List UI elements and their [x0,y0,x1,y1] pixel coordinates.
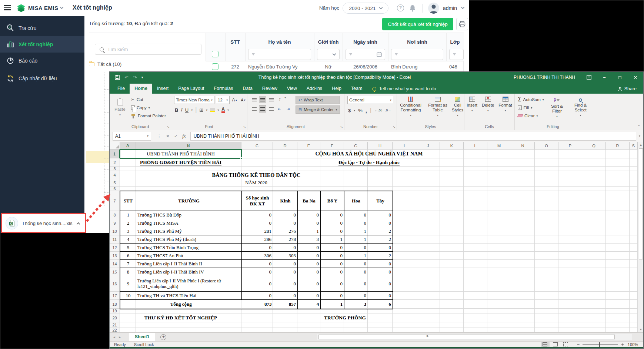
zoom-out-icon[interactable]: − [577,342,580,347]
grid-cell[interactable] [606,158,630,167]
grid-cell[interactable] [606,276,630,292]
new-sheet-icon[interactable]: + [160,334,166,340]
ribbon-tab-file[interactable]: File [113,84,130,94]
column-header-M[interactable]: M [487,142,511,150]
grid-cell[interactable] [582,158,606,167]
close-button[interactable]: ✕ [628,72,643,83]
grid-cell[interactable] [393,227,416,235]
scroll-up-icon[interactable]: ▲ [638,142,644,148]
grid-cell[interactable] [606,179,630,187]
sidebar-item-3[interactable]: Báo cáo [0,53,84,69]
grid-cell[interactable] [393,191,416,211]
chevron-up-icon[interactable] [76,222,80,226]
grid-cell[interactable] [393,244,416,252]
grid-cell[interactable] [606,309,630,313]
grid-cell[interactable] [582,260,606,268]
ribbon-display-options-icon[interactable] [581,72,597,83]
grid-cell[interactable] [558,244,582,252]
grid-cell[interactable] [297,322,320,328]
grid-cell[interactable] [630,235,638,244]
grid-cell[interactable] [582,276,606,292]
grid-cell[interactable] [393,211,416,219]
grid-cell[interactable] [440,235,464,244]
grid-cell[interactable] [241,158,273,167]
grid-cell[interactable] [487,191,511,211]
grid-cell[interactable] [273,328,297,332]
increase-font-icon[interactable]: A▲ [231,96,238,104]
grid-cell[interactable] [535,187,558,191]
grid-cell[interactable] [535,235,558,244]
grid-cell[interactable] [511,252,535,260]
grid-cell[interactable] [511,300,535,309]
align-bottom-icon[interactable] [267,96,275,103]
borders-icon[interactable]: ⊞ [199,107,203,113]
grid-cell[interactable] [558,187,582,191]
grid-cell[interactable] [511,276,535,292]
grid-cell[interactable] [511,227,535,235]
page-layout-view-icon[interactable] [551,342,560,347]
finalize-results-button[interactable]: Chốt kết quả xét tốt nghiệp [382,18,453,30]
grid-cell[interactable] [416,292,440,300]
column-header-B[interactable]: B [136,142,241,150]
enter-icon[interactable]: ✓ [174,134,178,139]
grid-cell[interactable] [416,276,440,292]
increase-indent-icon[interactable]: ⇥ [284,105,292,113]
grid-cell[interactable] [558,276,582,292]
undo-icon[interactable]: ↶ [124,75,129,80]
grid-cell[interactable] [416,244,440,252]
grid-cell[interactable] [558,219,582,227]
grid-cell[interactable] [487,227,511,235]
grid-cell[interactable] [416,187,440,191]
grid-cell[interactable] [606,227,630,235]
grid-cell[interactable] [440,167,464,171]
grid-cell[interactable] [558,260,582,268]
align-top-icon[interactable] [250,96,258,103]
column-header-C[interactable]: C [241,142,273,150]
grid-cell[interactable] [320,167,344,171]
row-header-14[interactable]: 14 [110,260,120,268]
grid-cell[interactable] [464,158,487,167]
grid-cell[interactable] [535,292,558,300]
grid-cell[interactable] [606,191,630,211]
notification-bell-icon[interactable] [409,4,416,12]
grid-cell[interactable] [487,252,511,260]
row-header-20[interactable]: 20 [110,313,120,322]
school-year-select[interactable]: 2020 - 2021 [343,3,388,14]
column-header-R[interactable]: R [606,142,630,150]
row-header-9[interactable]: 9 [110,219,120,227]
grid-cell[interactable] [464,171,487,179]
filter-class-input[interactable] [449,49,464,60]
grid-cell[interactable] [606,171,630,179]
grid-cell[interactable] [535,227,558,235]
grid-cell[interactable] [487,276,511,292]
grid-cell[interactable] [416,300,440,309]
sidebar-item-4[interactable]: Cập nhật dữ liệu [0,70,84,87]
grid-cell[interactable] [241,313,273,322]
next-sheet-icon[interactable]: ▸ [119,335,121,339]
help-icon[interactable]: ? [397,4,404,11]
grid-cell[interactable] [630,219,638,227]
insert-function-icon[interactable]: fx [182,133,186,139]
grid-cell[interactable] [582,313,606,322]
grid-cell[interactable] [393,309,416,313]
conditional-formatting-button[interactable]: Conditional Formatting▾ [397,97,424,117]
grid-cell[interactable] [136,322,241,328]
grid-cell[interactable] [464,235,487,244]
grid-cell[interactable] [416,227,440,235]
currency-format-icon[interactable]: $ [348,108,351,113]
filter-name-input[interactable] [248,49,311,60]
grid-cell[interactable] [416,252,440,260]
grid-cell[interactable] [630,300,638,309]
grid-cell[interactable] [487,300,511,309]
grid-cell[interactable] [582,191,606,211]
grid-cell[interactable] [582,167,606,171]
grid-cell[interactable] [535,313,558,322]
column-header-D[interactable]: D [273,142,297,150]
delete-cells-button[interactable]: Delete▾ [482,97,494,112]
font-color-icon[interactable]: A [221,107,225,113]
grid-cell[interactable] [487,187,511,191]
find-select-button[interactable]: Find & Select▾ [570,95,591,120]
format-as-table-button[interactable]: Format as Table▾ [428,97,447,117]
column-header[interactable]: Nơi sinh [388,37,446,47]
horizontal-scrollbar[interactable] [317,334,632,340]
